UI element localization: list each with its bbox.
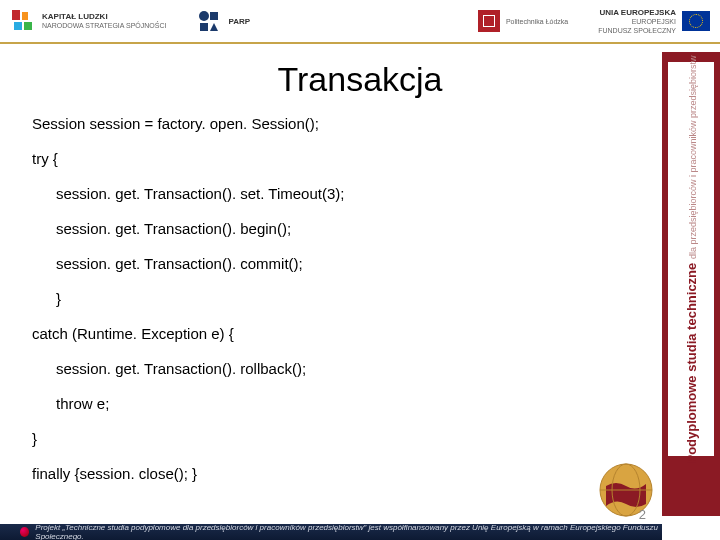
footer-dot-icon (20, 527, 29, 537)
svg-rect-2 (14, 22, 22, 30)
code-line: session. get. Transaction(). rollback(); (32, 358, 578, 379)
code-block: Session session = factory. open. Session… (0, 113, 610, 484)
svg-rect-5 (210, 12, 218, 20)
code-line: session. get. Transaction(). begin(); (32, 218, 578, 239)
page-number: 2 (639, 507, 646, 522)
code-line: finally {session. close(); } (32, 463, 578, 484)
logo-kl-sub: NARODOWA STRATEGIA SPÓJNOŚCI (42, 21, 166, 30)
logo-politechnika: Politechnika Łódzka (478, 10, 568, 32)
logo-pl-sub: Politechnika Łódzka (506, 17, 568, 26)
logo-eu: UNIA EUROPEJSKA EUROPEJSKI FUNDUSZ SPOŁE… (598, 8, 710, 35)
logo-parp-name: PARP (228, 17, 250, 26)
svg-marker-7 (210, 23, 218, 31)
logo-kapital-ludzki: KAPITAŁ LUDZKI NARODOWA STRATEGIA SPÓJNO… (10, 8, 166, 34)
code-line: throw e; (32, 393, 578, 414)
politechnika-icon (478, 10, 500, 32)
svg-point-4 (199, 11, 209, 21)
globe-icon (592, 454, 660, 522)
eu-flag-icon (682, 11, 710, 31)
svg-rect-6 (200, 23, 208, 31)
logo-eu-sub: EUROPEJSKI FUNDUSZ SPOŁECZNY (598, 17, 676, 35)
slide-title: Transakcja (0, 60, 720, 99)
logo-kl-name: KAPITAŁ LUDZKI (42, 12, 166, 21)
header-logo-bar: KAPITAŁ LUDZKI NARODOWA STRATEGIA SPÓJNO… (0, 0, 720, 44)
code-line: try { (32, 148, 578, 169)
code-line: session. get. Transaction(). commit(); (32, 253, 578, 274)
code-line: Session session = factory. open. Session… (32, 113, 578, 134)
code-line: } (32, 428, 578, 449)
sidebar-sub-text: dla przedsiębiorców i pracowników przeds… (688, 55, 698, 259)
logo-parp: PARP (196, 8, 250, 34)
svg-rect-0 (12, 10, 20, 20)
parp-icon (196, 8, 222, 34)
sidebar-inner: Podyplomowe studia techniczne dla przeds… (668, 62, 714, 456)
logo-eu-name: UNIA EUROPEJSKA (598, 8, 676, 17)
sidebar-main-text: Podyplomowe studia techniczne (684, 262, 699, 463)
kapital-ludzki-icon (10, 8, 36, 34)
code-line: session. get. Transaction(). set. Timeou… (32, 183, 578, 204)
svg-rect-3 (24, 22, 32, 30)
svg-rect-1 (22, 12, 28, 20)
code-line: } (32, 288, 578, 309)
footer-text: Projekt „Techniczne studia podyplomowe d… (35, 523, 662, 540)
footer-bar: Projekt „Techniczne studia podyplomowe d… (0, 524, 662, 540)
code-line: catch (Runtime. Exception e) { (32, 323, 578, 344)
sidebar-banner: Podyplomowe studia techniczne dla przeds… (662, 52, 720, 516)
